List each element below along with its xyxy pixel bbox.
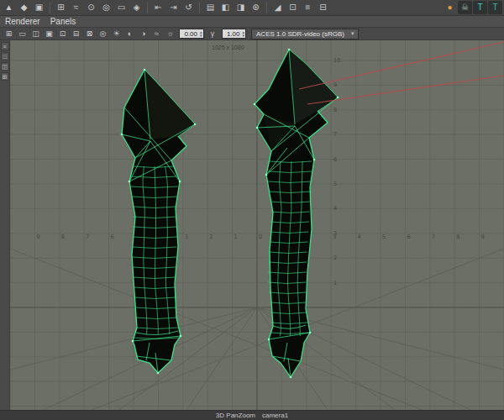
icon-glyph: ↺ [185,3,192,12]
grid-number: 3 [333,230,337,237]
grid-number: 1 [333,280,337,286]
pane-menu-icon[interactable]: ≡ [1,42,9,50]
uv-editor-icon[interactable]: ⊡ [286,1,300,14]
viewport-canvas[interactable]: 987654321012345678912345678910 [10,40,504,410]
snap-to-view-plane-icon[interactable]: ▭ [114,1,129,14]
status-line-toolbar: ▲ ◆ ▣ ⊞ ≈ ⊙ ◎ [0,0,504,16]
skeleton-t-pose-icon[interactable]: T [473,1,487,14]
resolution-gate-icon[interactable]: ◫ [29,29,42,39]
occlusion-icon[interactable]: ◑ [137,29,150,39]
vertex-dot [157,372,160,375]
icon-glyph: ◆ [21,3,28,12]
menu-panels[interactable]: Panels [50,17,76,26]
field-chart-icon[interactable]: ⊡ [56,29,69,39]
icon-glyph: ⊟ [319,3,326,12]
graph-editor-icon[interactable]: ≡ [301,1,315,14]
grid-number: 7 [333,131,337,138]
icon-glyph: ◧ [222,3,229,12]
icon-glyph: ▤ [207,3,214,12]
icon-glyph: ◎ [102,3,110,12]
icon-glyph: ▣ [45,30,53,38]
vertex-dot [129,181,131,183]
left-greave-mesh[interactable] [121,69,197,375]
gamma-icon[interactable]: γ [207,29,219,39]
grid-number: 5 [333,181,337,187]
select-mask-component-icon[interactable]: ▣ [32,1,46,14]
spinner-down-icon[interactable]: ▾ [200,34,202,37]
gamma-field[interactable]: 1.00 ▴ ▾ [222,29,247,39]
spinner-arrows[interactable]: ▴ ▾ [243,30,246,37]
icon-glyph: ≈ [74,3,79,12]
grid-number: 8 [61,234,65,240]
character-t-pose-icon[interactable]: T [488,1,502,14]
select-mask-object-icon[interactable]: ◆ [17,1,31,14]
single-pane-layout-icon[interactable]: □ [1,52,9,60]
film-gate-icon[interactable]: ▭ [16,29,29,39]
grid-number: 5 [382,234,386,240]
right-knee-shaded-facet [289,50,338,124]
menu-renderer[interactable]: Renderer [5,17,40,26]
exposure-icon[interactable]: ☼ [164,29,176,39]
icon-glyph: ≈ [155,30,159,38]
two-pane-layout-icon[interactable]: ◫ [1,62,9,71]
icon-glyph: ≡ [306,3,311,12]
icon-glyph: ◎ [100,30,107,38]
four-pane-layout-icon[interactable]: ⊞ [1,72,9,81]
panel-side-strip: ≡ □ ◫ ⊞ [0,40,10,410]
view-transform-dropdown[interactable]: ACES 1.0 SDR-video (sRGB) ▾ [251,29,359,39]
render-current-frame-icon[interactable]: ◧ [218,1,233,14]
snap-to-point-icon[interactable]: ⊙ [84,1,98,14]
icon-glyph: γ [211,30,215,38]
shadows-icon[interactable]: ◐ [123,29,136,39]
snap-to-grid-icon[interactable]: ⊞ [54,1,68,14]
vertex-dot [180,335,182,338]
sphere-material-icon[interactable]: ● [443,1,457,14]
icon-glyph: ▣ [35,3,43,12]
safe-title-icon[interactable]: ⊠ [83,29,96,39]
view-transform-value: ACES 1.0 SDR-video (sRGB) [256,30,344,38]
viewport-toolbar: ⊞ ▭ ◫ ▣ ⊡ ⊟ ⊠ [0,28,504,40]
isolate-select-icon[interactable]: ◎ [97,29,109,39]
grid-number: 2 [333,255,337,261]
output-connections-icon[interactable]: ⇥ [166,1,181,14]
left-knee-shaded-facet [144,70,195,139]
ipr-render-icon[interactable]: ◨ [234,1,248,14]
outliner-icon[interactable]: ⊟ [316,1,330,14]
open-render-view-icon[interactable]: ▤ [203,1,218,14]
snap-to-curve-icon[interactable]: ≈ [69,1,83,14]
helpline-bar: 3D PanZoom camera1 [0,410,504,420]
toolbar-separator [147,3,148,13]
vertex-dot [132,340,134,343]
vertex-dot [313,159,316,161]
camera-name-label: camera1 [262,412,288,419]
icon-glyph: ⊛ [252,3,259,12]
make-live-icon[interactable]: ◈ [129,1,144,14]
render-settings-icon[interactable]: ⊛ [249,1,263,14]
grid-number: 9 [481,234,485,240]
construction-history-icon[interactable]: ↺ [181,1,196,14]
safe-action-icon[interactable]: ⊟ [70,29,82,39]
sculpt-tool-icon[interactable]: ◢ [270,1,285,14]
spinner-down-icon[interactable]: ▾ [243,34,245,37]
gate-mask-icon[interactable]: ▣ [43,29,55,39]
grid-toggle-icon[interactable]: ⊞ [3,29,15,39]
spinner-arrows[interactable]: ▴ ▾ [200,30,203,37]
vertex-dot [179,181,181,183]
resolution-gate-label: 1025 x 1080 [212,45,244,50]
select-mask-hierarchy-icon[interactable]: ▲ [2,1,16,14]
lighting-icon[interactable]: ☀ [110,29,123,39]
icon-glyph: ◫ [32,30,39,38]
snap-to-projected-center-icon[interactable]: ◎ [99,1,113,14]
skull-icon[interactable]: ☠ [458,1,472,14]
vertex-dot [265,174,268,176]
exposure-field[interactable]: 0.00 ▴ ▾ [179,29,204,39]
grid-number: 3 [185,234,188,240]
input-connections-icon[interactable]: ⇤ [151,1,165,14]
right-greave-mesh[interactable] [254,49,339,379]
icon-glyph: ▭ [18,30,26,38]
motion-blur-icon[interactable]: ≈ [150,29,163,39]
viewport-camera1[interactable]: 987654321012345678912345678910 [10,40,504,410]
grid-number: 1 [234,234,238,240]
icon-glyph: ⊠ [87,30,93,38]
grid-number: 7 [432,234,435,240]
